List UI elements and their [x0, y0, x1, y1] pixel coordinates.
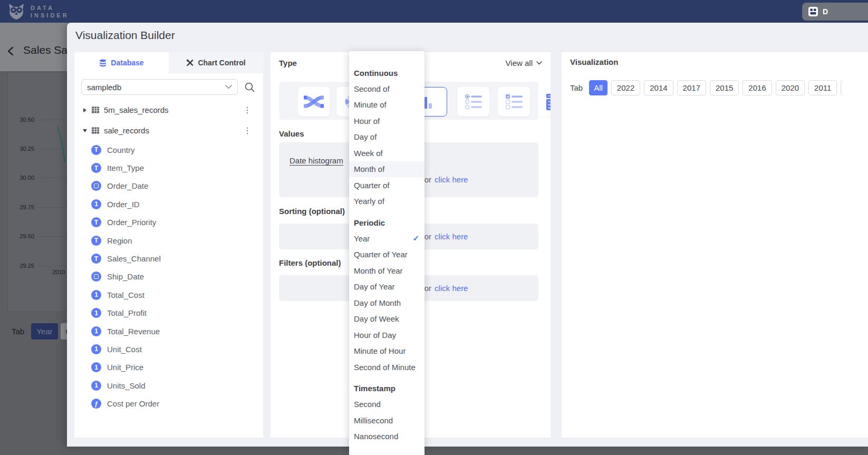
menu-item[interactable]: Year ✓	[349, 230, 425, 247]
type-section-label: Type	[279, 59, 297, 67]
menu-item[interactable]: Timestamp ✓	[349, 381, 425, 396]
caret-icon[interactable]	[83, 108, 86, 112]
field-item[interactable]: ƒ Cost per Order	[74, 394, 263, 412]
database-icon	[99, 59, 107, 67]
table-grid-icon	[91, 127, 100, 134]
value-chip-link[interactable]: Date histogram	[290, 156, 343, 166]
field-item[interactable]: 1 Unit_Price	[74, 359, 263, 376]
dashboard-icon	[808, 6, 818, 17]
date-field-icon	[91, 181, 101, 191]
menu-item[interactable]: Second ✓	[349, 396, 425, 413]
field-item[interactable]: T Country	[74, 141, 263, 159]
tools-icon	[186, 59, 194, 66]
number-field-icon: 1	[91, 308, 101, 318]
field-item[interactable]: T Region	[74, 231, 263, 249]
time-unit-dropdown-menu: Continuous ✓ Second of ✓ Minute of ✓ Hou…	[349, 51, 425, 455]
year-tab[interactable]: 2022	[611, 80, 640, 95]
database-select-value: sampledb	[87, 83, 121, 92]
field-item[interactable]: Ship_Date	[74, 268, 263, 286]
field-item[interactable]: 1 Unit_Cost	[74, 340, 263, 358]
year-tab[interactable]: 2019	[841, 80, 842, 95]
text-field-icon: T	[91, 145, 101, 155]
field-item[interactable]: T Item_Type	[74, 159, 263, 177]
more-menu-icon[interactable]: ⋮	[241, 106, 254, 114]
year-tabs: All202220142017201520162020201120192	[589, 80, 842, 95]
date-field-icon	[91, 272, 101, 282]
click-here-link[interactable]: click here	[435, 232, 468, 241]
menu-item[interactable]: Day of Year ✓	[349, 279, 425, 295]
year-tab-row: Tab All202220142017201520162020201120192	[570, 80, 842, 95]
field-item[interactable]: T Sales_Channel	[74, 249, 263, 267]
tab-row-label: Tab	[570, 83, 583, 92]
dashboard-button-label: D	[823, 7, 828, 16]
menu-item[interactable]: Periodic ✓	[349, 215, 425, 230]
search-icon[interactable]	[244, 82, 255, 93]
menu-item[interactable]: Quarter of Year ✓	[349, 247, 425, 263]
menu-item[interactable]: Hour of ✓	[349, 113, 425, 129]
text-field-icon: T	[91, 217, 101, 227]
year-tab[interactable]: 2020	[776, 80, 805, 95]
field-item[interactable]: Order_Date	[74, 177, 263, 195]
menu-item[interactable]: Second of Minute ✓	[349, 359, 425, 375]
menu-item[interactable]: Day of ✓	[349, 129, 425, 146]
number-field-icon: 1	[91, 290, 101, 300]
menu-item[interactable]: Month of ✓	[349, 161, 425, 178]
menu-item[interactable]: Second of ✓	[349, 81, 425, 97]
menu-item[interactable]: Yearly of ✓	[349, 193, 425, 210]
sankey-diagram-icon	[304, 94, 324, 110]
menu-item[interactable]: Week of ✓	[349, 145, 425, 161]
menu-item[interactable]: Minute of ✓	[349, 97, 425, 113]
year-tab[interactable]: 2015	[710, 80, 739, 95]
table-item[interactable]: 5m_sales_records ⋮	[74, 100, 263, 120]
values-section-label: Values	[279, 129, 304, 138]
chart-type-radio-list[interactable]	[457, 87, 489, 117]
tab-database[interactable]: Database	[74, 52, 169, 73]
menu-item[interactable]: Quarter of ✓	[349, 177, 425, 193]
menu-item[interactable]: Hour of Day ✓	[349, 327, 425, 343]
year-tab[interactable]: All	[589, 80, 607, 95]
year-tab[interactable]: 2011	[808, 80, 837, 95]
field-item[interactable]: 1 Units_Sold	[74, 376, 263, 394]
owl-logo-icon[interactable]	[6, 3, 26, 20]
caret-icon[interactable]	[83, 129, 87, 132]
field-item[interactable]: 1 Order_ID	[74, 195, 263, 213]
year-tab[interactable]: 2017	[677, 80, 706, 95]
check-icon: ✓	[412, 234, 419, 243]
table-item[interactable]: sale_records ⋮	[74, 120, 263, 141]
visualization-title: Visualization	[570, 57, 618, 66]
app-root: Sales Sa 30.5030.2530.0029.7529.5029.25 …	[0, 0, 868, 455]
formula-field-icon: ƒ	[91, 399, 101, 409]
menu-item[interactable]: Millisecond ✓	[349, 412, 425, 429]
dashboard-button[interactable]: D	[802, 3, 868, 21]
more-menu-icon[interactable]: ⋮	[241, 127, 254, 135]
menu-item[interactable]: Day of Week ✓	[349, 311, 425, 327]
table-grid-icon	[91, 106, 100, 114]
visualization-builder-modal: Visualization Builder Database	[67, 23, 868, 447]
tab-database-label: Database	[111, 59, 143, 67]
text-field-icon: T	[91, 254, 101, 264]
chevron-down-icon	[225, 85, 232, 89]
click-here-link[interactable]: click here	[435, 175, 468, 184]
menu-item[interactable]: Day of Month ✓	[349, 295, 425, 311]
filters-section-label: Filters (optional)	[279, 258, 341, 267]
text-field-icon: T	[91, 236, 101, 246]
year-tab[interactable]: 2014	[644, 80, 673, 95]
field-item[interactable]: 1 Total_Profit	[74, 304, 263, 322]
chart-type-checkbox-list[interactable]	[498, 87, 530, 117]
database-tree: 5m_sales_records ⋮ sale_records ⋮	[74, 100, 263, 413]
view-all-button[interactable]: View all	[506, 59, 542, 67]
menu-item[interactable]: Minute of Hour ✓	[349, 343, 425, 360]
database-select[interactable]: sampledb	[81, 79, 238, 95]
menu-item[interactable]: Continuous ✓	[349, 65, 425, 81]
field-item[interactable]: T Order_Priority	[74, 214, 263, 231]
data-table-icon	[545, 92, 551, 111]
chart-type-sankey[interactable]	[298, 87, 330, 117]
year-tab[interactable]: 2016	[742, 80, 771, 95]
chart-type-table[interactable]	[538, 87, 551, 117]
menu-item[interactable]: Month of Year ✓	[349, 263, 425, 279]
field-item[interactable]: 1 Total_Cost	[74, 286, 263, 304]
field-item[interactable]: 1 Total_Revenue	[74, 322, 263, 340]
tab-chart-control[interactable]: Chart Control	[169, 52, 263, 73]
click-here-link[interactable]: click here	[435, 284, 468, 293]
menu-item[interactable]: Nanosecond ✓	[349, 429, 425, 445]
